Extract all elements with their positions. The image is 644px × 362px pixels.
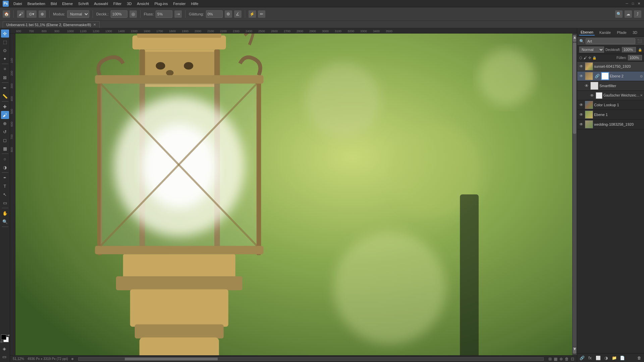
magic-wand-tool[interactable]: ✦ (1, 55, 9, 63)
healing-tool[interactable]: ✚ (1, 103, 9, 111)
lasso-tool[interactable]: ⊙ (1, 46, 9, 54)
menu-bearbeiten[interactable]: Bearbeiten (25, 1, 48, 6)
screen-mode-icon[interactable]: ▭ (0, 353, 8, 361)
glaettung-input[interactable] (206, 10, 223, 18)
delete-layer-icon[interactable]: 🗑 (636, 355, 643, 361)
fill-input[interactable] (628, 55, 642, 60)
minimize-button[interactable]: ─ (625, 1, 629, 6)
add-mask-icon[interactable]: ⬜ (595, 355, 601, 361)
blur-tool[interactable]: ◑ (1, 163, 9, 171)
layer-row[interactable]: 👁 Ebene 1 (577, 110, 644, 120)
mask-icon[interactable]: ▦ (554, 357, 557, 361)
menu-ansicht[interactable]: Ansicht (134, 1, 152, 6)
quick-mask-icon[interactable]: ◈ (0, 345, 8, 353)
lock-move-icon[interactable]: ✣ (588, 56, 591, 60)
menu-ebene[interactable]: Ebene (59, 1, 75, 6)
tab-close-button[interactable]: ✕ (93, 23, 96, 26)
tab-ebenen[interactable]: Ebenen (579, 29, 595, 36)
share-icon[interactable]: ⤴ (634, 10, 641, 18)
layer-row[interactable]: 👁 wedding-1083258_1920 (577, 120, 644, 129)
menu-plugins[interactable]: Plug-ins (152, 1, 170, 6)
selection-tool[interactable]: ⬚ (1, 38, 9, 46)
hscroll-thumb[interactable] (125, 358, 218, 360)
shape-tool[interactable]: ▭ (1, 199, 9, 207)
gradient-tool[interactable]: ▦ (1, 144, 9, 153)
swap-colors-icon[interactable]: ⇄ (7, 334, 10, 337)
layer-visibility-icon[interactable]: 👁 (579, 122, 584, 127)
foreground-color[interactable] (1, 335, 6, 340)
create-group-icon[interactable]: 📁 (611, 355, 618, 361)
pressure-opacity-icon[interactable]: ◎ (129, 10, 137, 18)
arrange-icon[interactable]: ⊞ (548, 357, 552, 361)
deckkr-input[interactable] (111, 10, 127, 18)
vscroll-thumb[interactable] (573, 43, 576, 134)
symmetry-icon[interactable]: ⚡ (249, 10, 256, 18)
history-brush-tool[interactable]: ↺ (1, 128, 9, 136)
create-layer-icon[interactable]: 📄 (619, 355, 626, 361)
hand-tool[interactable]: ✋ (1, 209, 9, 217)
delete-layer-status-icon[interactable]: 🗑 (565, 357, 569, 361)
filter-pixel-icon[interactable]: ⬛ (637, 38, 643, 44)
lock-all-icon[interactable]: 🔒 (592, 56, 596, 60)
tab-3d[interactable]: 3D (631, 30, 639, 35)
dodge-tool[interactable]: ○ (1, 155, 9, 163)
search-toolbar-icon[interactable]: 🔍 (615, 10, 623, 18)
layer-row[interactable]: 👁 Gaußscher Weichzeichner ✕ (577, 91, 644, 100)
smoothing-angle-icon[interactable]: ∠ (234, 10, 241, 18)
lock-paint-icon[interactable]: 🖌 (584, 56, 587, 60)
pen-tool[interactable]: ✒ (1, 174, 9, 182)
layer-visibility-icon[interactable]: 👁 (579, 112, 584, 117)
menu-schrift[interactable]: Schrift (75, 1, 91, 6)
menu-auswahl[interactable]: Auswahl (91, 1, 111, 6)
pressure-pen-icon[interactable]: ✏ (258, 10, 265, 18)
fluss-input[interactable] (156, 10, 172, 18)
maximize-button[interactable]: □ (631, 1, 635, 6)
slice-tool[interactable]: ⊠ (1, 73, 9, 81)
default-colors-icon[interactable]: ⊡ (0, 340, 3, 343)
layer-visibility-icon[interactable]: 👁 (579, 64, 584, 69)
stamp-tool[interactable]: ⊕ (1, 119, 9, 127)
document-tab[interactable]: Unbenannt-1 bei 51,1% (Ebene 2, Ebenenma… (3, 21, 100, 28)
layer-row[interactable]: 👁 sunset-6041750_1920 (577, 62, 644, 71)
type-tool[interactable]: T (1, 182, 9, 190)
menu-datei[interactable]: Datei (11, 1, 25, 6)
menu-3d[interactable]: 3D (124, 1, 134, 6)
layer-search-input[interactable] (586, 38, 635, 44)
vertical-scrollbar[interactable]: ▲ ▼ (572, 34, 577, 355)
opacity-input[interactable] (622, 47, 636, 52)
smoothing-options-icon[interactable]: ⚙ (225, 10, 232, 18)
menu-bild[interactable]: Bild (48, 1, 59, 6)
layer-delete-filter[interactable]: ✕ (640, 94, 643, 97)
home-button[interactable]: 🏠 (3, 10, 10, 18)
path-select-tool[interactable]: ↖ (1, 190, 9, 198)
tab-kanaele[interactable]: Kanäle (598, 30, 612, 35)
add-style-icon[interactable]: fx (587, 355, 593, 361)
eyedropper-tool[interactable]: ✒ (1, 84, 9, 92)
link-layers-icon[interactable]: 🔗 (579, 355, 585, 361)
brush-options-icon[interactable]: ⊕ (39, 10, 46, 18)
zoom-fit-icon[interactable]: ⊡ (571, 357, 574, 361)
menu-filter[interactable]: Filter (111, 1, 124, 6)
eraser-tool[interactable]: ◻ (1, 136, 9, 144)
cloud-icon[interactable]: ☁ (625, 10, 632, 18)
blend-mode-select[interactable]: Normal (579, 47, 604, 53)
layer-visibility-icon[interactable]: 👁 (589, 93, 595, 98)
add-adjustment-icon[interactable]: ◑ (603, 355, 609, 361)
new-layer-status-icon[interactable]: ⊕ (559, 357, 563, 361)
layer-row[interactable]: 👁 🔗 Ebene 2 ⊙ (577, 71, 644, 81)
layer-row[interactable]: 👁 Smartfilter (577, 81, 644, 91)
crop-tool[interactable]: ⌗ (1, 65, 9, 73)
canvas-container[interactable]: ▲ ▼ (15, 34, 577, 355)
layer-visibility-icon[interactable]: 👁 (579, 73, 584, 79)
status-indicator[interactable] (71, 358, 73, 360)
brush-tool-icon[interactable]: 🖌 (17, 10, 24, 18)
layer-visibility-icon[interactable]: 👁 (579, 102, 584, 108)
lock-transparent-icon[interactable]: ⬡ (579, 56, 582, 60)
menu-hilfe[interactable]: Hilfe (188, 1, 201, 6)
layer-visibility-icon[interactable]: 👁 (584, 83, 589, 88)
brush-tool[interactable]: 🖌 (1, 111, 9, 119)
horizontal-scrollbar[interactable] (78, 357, 544, 361)
zoom-tool[interactable]: 🔍 (1, 218, 9, 226)
tab-pfade[interactable]: Pfade (615, 30, 628, 35)
menu-fenster[interactable]: Fenster (170, 1, 188, 6)
